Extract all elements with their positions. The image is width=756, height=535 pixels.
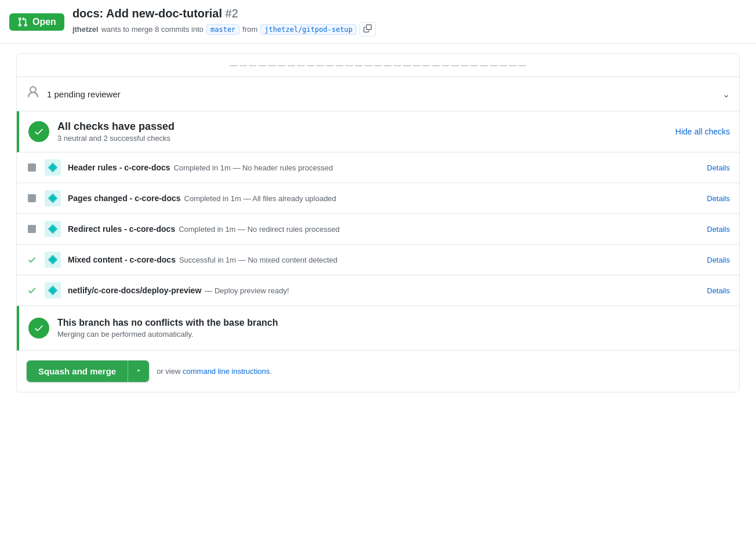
- merge-btn-group: Squash and merge: [26, 360, 150, 383]
- pr-title: docs: Add new-doc-tutorial #2: [72, 7, 376, 20]
- pr-status-label: Open: [32, 17, 56, 27]
- check-details-link[interactable]: Details: [707, 256, 730, 264]
- or-view-text: or view command line instructions.: [157, 367, 272, 376]
- checks-passed-icon: [28, 121, 49, 142]
- success-status-icon: [26, 255, 38, 264]
- gray-square-icon: [28, 225, 36, 233]
- checks-title: All checks have passed: [57, 121, 175, 133]
- pr-title-area: docs: Add new-doc-tutorial #2 jthetzel w…: [72, 7, 376, 37]
- netlify-logo-icon: [45, 159, 61, 176]
- check-desc: Successful in 1m — No mixed content dete…: [179, 256, 337, 264]
- main-container: — — — — — — — — — — — — — — — — — — — — …: [7, 53, 749, 392]
- check-name: Redirect rules - c-core-docs: [68, 224, 175, 234]
- netlify-logo-icon: [45, 190, 61, 206]
- copy-branch-button[interactable]: [359, 22, 376, 37]
- base-branch-badge: master: [206, 24, 239, 35]
- top-fade-section: — — — — — — — — — — — — — — — — — — — — …: [17, 54, 739, 77]
- check-info: netlify/c-core-docs/deploy-preview — Dep…: [68, 286, 700, 295]
- netlify-logo-icon: [45, 282, 61, 299]
- check-desc: Completed in 1m — No header rules proces…: [174, 163, 333, 172]
- success-status-icon: [26, 286, 38, 295]
- no-conflicts-text: This branch has no conflicts with the ba…: [57, 318, 278, 339]
- pr-header: Open docs: Add new-doc-tutorial #2 jthet…: [0, 0, 756, 44]
- checks-text-area: All checks have passed 3 neutral and 2 s…: [57, 121, 175, 143]
- neutral-status-icon: [26, 225, 38, 233]
- pr-status-badge: Open: [9, 13, 64, 31]
- check-info: Mixed content - c-core-docs Successful i…: [68, 255, 700, 264]
- check-row: Redirect rules - c-core-docs Completed i…: [17, 214, 739, 245]
- merge-section: Squash and merge or view command line in…: [17, 351, 739, 392]
- pr-action-text: wants to merge 8 commits into: [101, 25, 203, 34]
- reviewer-left: 1 pending reviewer: [26, 85, 121, 103]
- check-name: Pages changed - c-core-docs: [68, 194, 181, 203]
- reviewer-text: 1 pending reviewer: [47, 89, 121, 99]
- pr-author: jthetzel: [72, 25, 99, 34]
- fade-text: — — — — — — — — — — — — — — — — — — — — …: [230, 61, 526, 70]
- check-details-link[interactable]: Details: [707, 163, 730, 172]
- neutral-status-icon: [26, 194, 38, 202]
- squash-merge-dropdown-button[interactable]: [128, 361, 149, 382]
- pr-content: — — — — — — — — — — — — — — — — — — — — …: [16, 53, 740, 392]
- netlify-logo-icon: [45, 252, 61, 268]
- check-info: Redirect rules - c-core-docs Completed i…: [68, 224, 700, 234]
- check-row: Mixed content - c-core-docs Successful i…: [17, 245, 739, 275]
- no-conflicts-subtitle: Merging can be performed automatically.: [57, 330, 278, 339]
- chevron-down-icon[interactable]: ⌄: [722, 89, 730, 100]
- gray-square-icon: [28, 163, 36, 172]
- check-desc: — Deploy preview ready!: [205, 286, 289, 295]
- neutral-status-icon: [26, 163, 38, 172]
- check-desc: Completed in 1m — No redirect rules proc…: [179, 225, 339, 234]
- command-line-link[interactable]: command line instructions: [183, 367, 270, 376]
- no-conflicts-icon: [28, 318, 49, 339]
- check-desc: Completed in 1m — All files already uplo…: [184, 194, 336, 203]
- pr-subtitle: jthetzel wants to merge 8 commits into m…: [72, 22, 376, 37]
- from-text: from: [242, 25, 257, 34]
- check-row: netlify/c-core-docs/deploy-preview — Dep…: [17, 275, 739, 306]
- check-info: Pages changed - c-core-docs Completed in…: [68, 194, 700, 203]
- open-pr-icon: [17, 17, 28, 27]
- check-name: netlify/c-core-docs/deploy-preview: [68, 286, 201, 295]
- check-row: Pages changed - c-core-docs Completed in…: [17, 183, 739, 214]
- reviewer-avatar-icon: [26, 85, 40, 103]
- no-conflicts-section: This branch has no conflicts with the ba…: [17, 306, 739, 351]
- squash-merge-button[interactable]: Squash and merge: [27, 361, 128, 382]
- check-name: Mixed content - c-core-docs: [68, 255, 176, 264]
- gray-square-icon: [28, 194, 36, 202]
- check-details-link[interactable]: Details: [707, 286, 730, 295]
- checks-header: All checks have passed 3 neutral and 2 s…: [17, 111, 739, 152]
- checks-header-left: All checks have passed 3 neutral and 2 s…: [28, 121, 175, 143]
- check-row: Header rules - c-core-docs Completed in …: [17, 152, 739, 183]
- check-name: Header rules - c-core-docs: [68, 163, 170, 172]
- check-details-link[interactable]: Details: [707, 225, 730, 234]
- check-info: Header rules - c-core-docs Completed in …: [68, 163, 700, 172]
- checks-subtitle: 3 neutral and 2 successful checks: [57, 134, 175, 143]
- head-branch-badge: jthetzel/gitpod-setup: [260, 24, 357, 35]
- hide-all-checks-link[interactable]: Hide all checks: [675, 127, 730, 136]
- check-details-link[interactable]: Details: [707, 194, 730, 203]
- netlify-logo-icon: [45, 221, 61, 237]
- no-conflicts-title: This branch has no conflicts with the ba…: [57, 318, 278, 328]
- reviewer-section: 1 pending reviewer ⌄: [17, 77, 739, 111]
